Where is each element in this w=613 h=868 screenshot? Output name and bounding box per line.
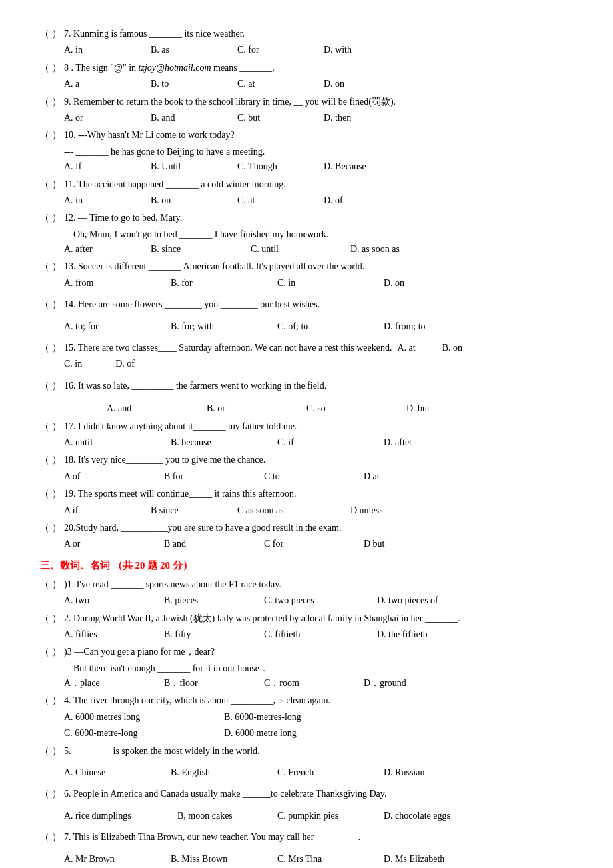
- q10-options: A. If B. Until C. Though D. Because: [64, 159, 573, 174]
- q19-text: 19. The sports meet will continue_____ i…: [64, 487, 297, 501]
- s3-q1-opt-d: D. two pieces of: [377, 593, 444, 608]
- q16-opt-c: C. so: [306, 401, 386, 416]
- q16-text: 16. It was so late, _________ the farmer…: [64, 379, 326, 393]
- q19-opt-d: D unless: [350, 503, 417, 518]
- q19-opt-a: A if: [64, 503, 131, 518]
- q10-subtext: --- _______ he has gone to Beijing to ha…: [64, 145, 573, 159]
- q12-opt-a: A. after: [64, 242, 131, 257]
- q19-opt-b: B since: [151, 503, 217, 518]
- s3-q2-opt-a: A. fifties: [64, 627, 144, 642]
- s3-bracket-3: ）: [52, 645, 61, 659]
- bracket-13: ）: [52, 259, 61, 274]
- s3-q6-opt-c: C. pumpkin pies: [277, 809, 370, 823]
- s3-question-1: （ ） )1. I've read _______ sports news ab…: [40, 577, 573, 609]
- q14-opt-a: A. to; for: [64, 319, 151, 334]
- q7-text: 7. Kunming is famous _______ its nice we…: [64, 27, 245, 41]
- s3-q4-opt-c: C. 6000-metre-long: [64, 726, 211, 741]
- question-17: （ ） 17. I didn't know anything about it_…: [40, 419, 573, 451]
- q11-opt-c: C. at: [237, 193, 304, 208]
- q14-text: 14. Here are some flowers ________ you _…: [64, 297, 320, 312]
- q19-options: A if B since C as soon as D unless: [64, 503, 573, 518]
- s3-q6-options: A. rice dumplings B, moon cakes C. pumpk…: [64, 809, 573, 823]
- s3-q3-options: A．place B．floor C．room D．ground: [64, 676, 573, 691]
- s3-q5-opt-c: C. French: [277, 765, 364, 780]
- q8-opt-d: D. on: [324, 77, 390, 91]
- q20-opt-c: C for: [264, 537, 344, 551]
- q14-options: A. to; for B. for; with C. of; to D. fro…: [64, 319, 573, 334]
- bracket-16: ）: [52, 379, 61, 393]
- section-3-header: 三、数词、名词 （共 20 题 20 分）: [40, 557, 573, 573]
- question-10: （ ） 10. ---Why hasn't Mr Li come to work…: [40, 128, 573, 174]
- s3-bracket-2: ）: [52, 611, 61, 626]
- q11-opt-a: A. in: [64, 193, 131, 208]
- q20-text: 20.Study hard, __________you are sure to…: [64, 521, 341, 535]
- question-20: （ ） 20.Study hard, __________you are sur…: [40, 521, 573, 552]
- q16-opt-a: A. and: [107, 401, 187, 416]
- s3-q5-text: 5. ________ is spoken the most widely in…: [64, 744, 260, 759]
- q7-opt-b: B. as: [151, 43, 217, 57]
- s3-q3-opt-b: B．floor: [164, 676, 244, 691]
- q7-options: A. in B. as C. for D. with: [64, 43, 573, 57]
- bracket-7: ）: [52, 27, 61, 41]
- s3-q6-opt-b: B, moon cakes: [177, 809, 264, 823]
- q11-opt-d: D. of: [324, 193, 390, 208]
- q8-text: 8 . The sign "@" in tzjoy@hotmail.com me…: [64, 61, 275, 75]
- q15-text: 15. There are two classes____ Saturday a…: [64, 341, 392, 355]
- q15-opts-row2: C. in D. of: [64, 357, 573, 371]
- q7-opt-a: A. in: [64, 43, 131, 57]
- bracket-14: ）: [52, 297, 61, 312]
- q16-opt-d: D. but: [406, 401, 473, 416]
- q18-text: 18. It's very nice________ you to give m…: [64, 453, 265, 467]
- question-15: （ ） 15. There are two classes____ Saturd…: [40, 341, 573, 372]
- s3-q5-opt-a: A. Chinese: [64, 765, 151, 780]
- q16-opt-b: B. or: [207, 401, 287, 416]
- s3-q7-opt-a: A. Mr Brown: [64, 852, 151, 867]
- q12-options: A. after B. since C. until D. as soon as: [64, 242, 573, 257]
- q11-opt-b: B. on: [151, 193, 217, 208]
- paren-19: （: [40, 487, 52, 501]
- q10-opt-d: D. Because: [324, 159, 390, 174]
- s3-q4-opt-d: D. 6000 metre long: [224, 726, 297, 741]
- q13-opt-d: D. on: [384, 276, 450, 291]
- s3-paren-4: （: [40, 693, 52, 708]
- q9-opt-d: D. then: [324, 111, 390, 125]
- paren-10: （: [40, 128, 52, 143]
- q20-opt-b: B and: [164, 537, 244, 551]
- paren-7: （: [40, 27, 52, 41]
- q7-opt-c: C. for: [237, 43, 304, 57]
- question-18: （ ） 18. It's very nice________ you to gi…: [40, 453, 573, 484]
- q10-opt-c: C. Though: [237, 159, 304, 174]
- s3-question-7: （ ） 7. This is Elizabeth Tina Brown, our…: [40, 830, 573, 867]
- q13-opt-a: A. from: [64, 276, 151, 291]
- q18-options: A of B for C to D at: [64, 469, 573, 484]
- q9-options: A. or B. and C. but D. then: [64, 111, 573, 125]
- s3-q2-opt-b: B. fifty: [164, 627, 244, 642]
- s3-q4-options: A. 6000 metres long B. 6000-metres-long …: [64, 710, 573, 741]
- question-19: （ ） 19. The sports meet will continue___…: [40, 487, 573, 518]
- q8-opt-c: C. at: [237, 77, 304, 91]
- q15-opt-d: D. of: [115, 357, 135, 371]
- bracket-19: ）: [52, 487, 61, 501]
- question-12: （ ） 12. — Time to go to bed, Mary. —Oh, …: [40, 211, 573, 257]
- q14-opt-d: D. from; to: [384, 319, 450, 334]
- question-11: （ ） 11. The accident happened _______ a …: [40, 177, 573, 209]
- q8-opt-b: B. to: [151, 77, 217, 91]
- bracket-15: ）: [52, 341, 61, 355]
- s3-q7-opt-c: C. Mrs Tina: [277, 852, 364, 867]
- s3-q1-opt-b: B. pieces: [164, 593, 244, 608]
- q10-opt-b: B. Until: [151, 159, 217, 174]
- q14-opt-b: B. for; with: [171, 319, 257, 334]
- q9-opt-b: B. and: [151, 111, 217, 125]
- q17-opt-b: B. because: [171, 435, 257, 450]
- bracket-11: ）: [52, 177, 61, 192]
- question-16: （ ） 16. It was so late, _________ the fa…: [40, 379, 573, 417]
- q8-opt-a: A. a: [64, 77, 131, 91]
- paren-8: （: [40, 61, 52, 75]
- paren-12: （: [40, 211, 52, 225]
- s3-q6-opt-a: A. rice dumplings: [64, 809, 164, 823]
- s3-bracket-4: ）: [52, 693, 61, 708]
- q12-opt-d: D. as soon as: [350, 242, 417, 257]
- q11-options: A. in B. on C. at D. of: [64, 193, 573, 208]
- s3-q6-opt-d: D. chocolate eggs: [384, 809, 450, 823]
- q9-opt-c: C. but: [237, 111, 304, 125]
